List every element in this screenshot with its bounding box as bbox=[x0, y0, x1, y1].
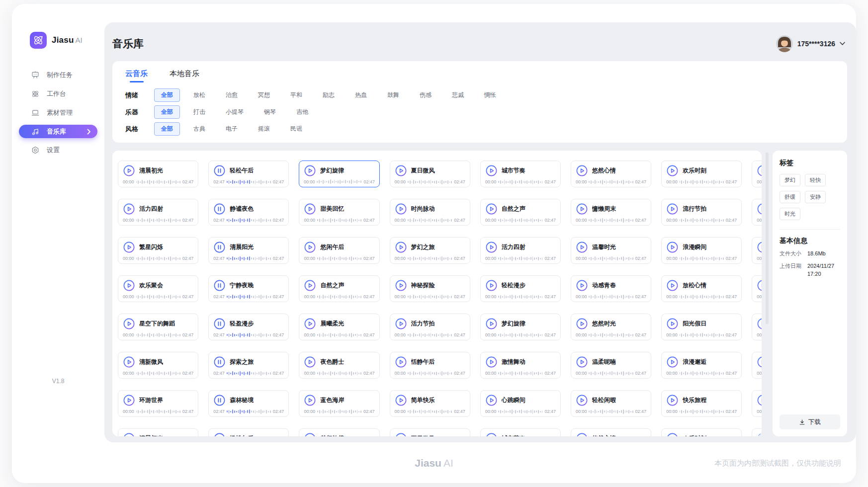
music-card[interactable]: 神秘探险00:0002:47 bbox=[390, 275, 470, 302]
music-card[interactable]: 活力四射00:0002:47 bbox=[118, 199, 198, 226]
play-button-icon[interactable] bbox=[485, 279, 498, 292]
waveform[interactable] bbox=[498, 294, 542, 299]
play-button-icon[interactable] bbox=[123, 279, 135, 292]
music-card[interactable]: 轻松漫步00:0002:47 bbox=[480, 275, 561, 302]
music-card[interactable]: 简单快乐00:0002:47 bbox=[390, 390, 470, 417]
filter-option-全部[interactable]: 全部 bbox=[154, 88, 180, 102]
play-button-icon[interactable] bbox=[666, 279, 679, 292]
filter-option-打击[interactable]: 打击 bbox=[186, 105, 212, 119]
waveform[interactable] bbox=[317, 332, 361, 337]
music-card[interactable]: 宁静夜晚02:4702:47 bbox=[208, 275, 289, 302]
pause-button-icon[interactable] bbox=[213, 432, 226, 436]
waveform[interactable] bbox=[408, 218, 452, 223]
play-button-icon[interactable] bbox=[576, 318, 588, 330]
music-card[interactable]: 都市脉搏00:0002:47 bbox=[752, 352, 762, 379]
music-card[interactable]: 晨曦柔光00:0002:47 bbox=[299, 314, 379, 340]
play-button-icon[interactable] bbox=[757, 279, 762, 292]
music-card[interactable]: 清晨初光00:0002:47 bbox=[118, 428, 198, 436]
waveform[interactable] bbox=[227, 294, 271, 299]
waveform[interactable] bbox=[589, 294, 633, 299]
waveform[interactable] bbox=[680, 409, 724, 414]
filter-option-小提琴[interactable]: 小提琴 bbox=[219, 105, 251, 119]
waveform[interactable] bbox=[408, 371, 452, 376]
play-button-icon[interactable] bbox=[666, 164, 679, 177]
filter-option-古典[interactable]: 古典 bbox=[186, 122, 212, 136]
download-button[interactable]: 下载 bbox=[780, 414, 840, 429]
waveform[interactable] bbox=[498, 218, 542, 223]
play-button-icon[interactable] bbox=[304, 241, 316, 253]
scrollbar-thumb[interactable] bbox=[766, 153, 769, 324]
waveform[interactable] bbox=[408, 332, 452, 337]
play-button-icon[interactable] bbox=[395, 279, 407, 292]
filter-option-热血[interactable]: 热血 bbox=[348, 88, 374, 102]
music-card[interactable]: 繁星闪烁00:0002:47 bbox=[752, 314, 762, 340]
play-button-icon[interactable] bbox=[757, 164, 762, 177]
play-button-icon[interactable] bbox=[666, 241, 679, 253]
filter-option-吉他[interactable]: 吉他 bbox=[289, 105, 315, 119]
play-button-icon[interactable] bbox=[485, 356, 498, 368]
filter-option-放松[interactable]: 放松 bbox=[186, 88, 212, 102]
music-card[interactable]: 甜美回忆00:0002:47 bbox=[299, 199, 379, 226]
user-avatar[interactable] bbox=[776, 35, 793, 52]
waveform[interactable] bbox=[136, 179, 180, 184]
sidebar-item-设置[interactable]: 设置 bbox=[19, 141, 97, 160]
play-button-icon[interactable] bbox=[485, 241, 498, 253]
filter-option-摇滚[interactable]: 摇滚 bbox=[251, 122, 277, 136]
waveform[interactable] bbox=[136, 256, 180, 261]
pause-button-icon[interactable] bbox=[213, 164, 226, 177]
play-button-icon[interactable] bbox=[576, 279, 588, 292]
waveform[interactable] bbox=[680, 218, 724, 223]
sidebar-item-素材管理[interactable]: 素材管理 bbox=[19, 103, 97, 122]
play-button-icon[interactable] bbox=[123, 356, 135, 368]
waveform[interactable] bbox=[408, 294, 452, 299]
waveform[interactable] bbox=[589, 371, 633, 376]
music-card[interactable]: 悠然时光00:0002:47 bbox=[571, 314, 651, 340]
music-card[interactable]: 温柔呢喃00:0002:47 bbox=[571, 352, 651, 379]
waveform[interactable] bbox=[408, 256, 452, 261]
waveform[interactable] bbox=[498, 256, 542, 261]
music-card[interactable]: 活力节拍00:0002:47 bbox=[390, 314, 470, 340]
music-card[interactable]: 温馨时光00:0002:47 bbox=[571, 237, 651, 264]
music-card[interactable]: 环游世界00:0002:47 bbox=[118, 390, 198, 417]
music-card[interactable]: 海浪轻拍00:0002:47 bbox=[752, 237, 762, 264]
waveform[interactable] bbox=[498, 332, 542, 337]
music-card[interactable]: 欢乐时刻00:0002:47 bbox=[661, 428, 742, 436]
waveform[interactable] bbox=[498, 179, 542, 184]
play-button-icon[interactable] bbox=[304, 356, 316, 368]
music-card[interactable]: 仿古风情00:0002:47 bbox=[752, 275, 762, 302]
waveform[interactable] bbox=[317, 179, 361, 184]
music-card[interactable]: 阳光假日00:0002:47 bbox=[661, 314, 742, 340]
music-card[interactable]: 城市节奏00:0002:47 bbox=[480, 428, 561, 436]
music-card[interactable]: 浪漫瞬间00:0002:47 bbox=[661, 237, 742, 264]
waveform[interactable] bbox=[589, 179, 633, 184]
play-button-icon[interactable] bbox=[757, 203, 762, 215]
music-card[interactable]: 活力四射00:0002:47 bbox=[480, 237, 561, 264]
play-button-icon[interactable] bbox=[757, 394, 762, 406]
music-card[interactable]: 轻松午后02:4702:47 bbox=[208, 161, 289, 187]
play-button-icon[interactable] bbox=[304, 164, 316, 177]
play-button-icon[interactable] bbox=[304, 318, 316, 330]
play-button-icon[interactable] bbox=[304, 394, 316, 406]
play-button-icon[interactable] bbox=[485, 164, 498, 177]
music-card[interactable]: 快乐旅程00:0002:47 bbox=[661, 390, 742, 417]
music-card[interactable]: 梦幻旋律00:0002:47 bbox=[299, 428, 379, 436]
sidebar-item-工作台[interactable]: 工作台 bbox=[19, 84, 97, 103]
play-button-icon[interactable] bbox=[395, 164, 407, 177]
waveform[interactable] bbox=[680, 332, 724, 337]
play-button-icon[interactable] bbox=[304, 432, 316, 436]
music-card[interactable]: 夏日微风00:0002:47 bbox=[390, 428, 470, 436]
waveform[interactable] bbox=[317, 409, 361, 414]
music-card[interactable]: 动感青春00:0002:47 bbox=[571, 275, 651, 302]
music-card[interactable]: 蓝色海岸00:0002:47 bbox=[299, 390, 379, 417]
play-button-icon[interactable] bbox=[395, 318, 407, 330]
play-button-icon[interactable] bbox=[485, 432, 498, 436]
waveform[interactable] bbox=[136, 218, 180, 223]
filter-option-民谣[interactable]: 民谣 bbox=[283, 122, 309, 136]
play-button-icon[interactable] bbox=[666, 318, 679, 330]
waveform[interactable] bbox=[136, 332, 180, 337]
music-card[interactable]: 欢乐时刻00:0002:47 bbox=[661, 161, 742, 187]
music-card[interactable]: 温暖阳光00:0002:47 bbox=[752, 428, 762, 436]
music-card[interactable]: 静谧夜色02:4702:47 bbox=[208, 199, 289, 226]
pause-button-icon[interactable] bbox=[213, 279, 226, 292]
play-button-icon[interactable] bbox=[123, 432, 135, 436]
